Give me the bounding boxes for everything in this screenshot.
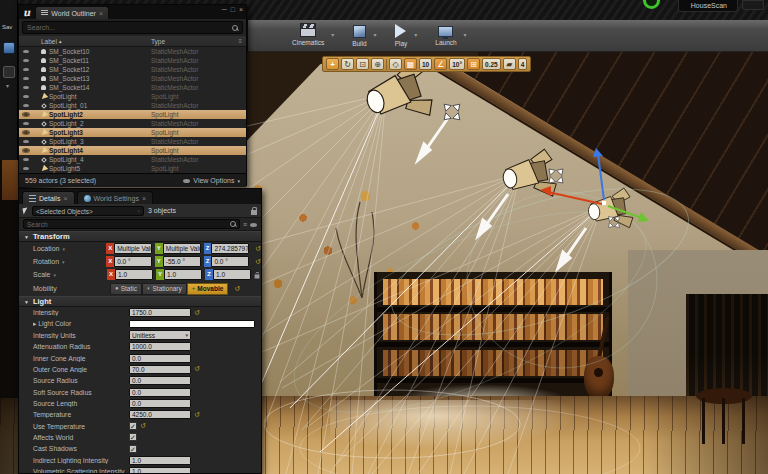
visibility-eye-icon[interactable] [23,104,29,108]
visibility-eye-icon[interactable] [23,149,29,153]
outliner-row[interactable]: SM_Socket12StaticMeshActor [19,65,246,74]
build-button[interactable]: Build▾ [350,22,376,50]
visibility-eye-icon[interactable] [23,50,29,54]
maximize-icon[interactable]: □ [231,6,235,13]
checkbox[interactable]: ✓ [129,422,137,430]
grid-snap-button[interactable]: ▦ [404,58,417,70]
value-field[interactable]: 0.0 [129,388,191,397]
visibility-eye-icon[interactable] [23,122,29,126]
display-filter-eye-icon[interactable] [250,221,257,228]
chevron-down-icon[interactable]: ▾ [54,272,57,278]
value-field[interactable]: 0.0 [129,376,191,385]
light-section-header[interactable]: ▼ Light [19,296,261,307]
chevron-down-icon[interactable]: ▾ [374,31,377,38]
scale-y-field[interactable]: 1.0 [164,269,202,280]
reset-icon[interactable]: ↺ [194,365,200,373]
outliner-row[interactable]: SM_Socket10StaticMeshActor [19,47,246,56]
scale-lock-icon[interactable] [255,274,260,278]
outliner-row[interactable]: SpotLight_4StaticMeshActor [19,155,246,164]
transform-section-header[interactable]: ▼ Transform [19,231,261,242]
outliner-row[interactable]: SpotLight_3StaticMeshActor [19,137,246,146]
camera-speed-value[interactable]: 4 [518,58,528,70]
chevron-down-icon[interactable]: ▾ [62,259,65,265]
reset-icon[interactable]: ↺ [194,309,200,317]
value-field[interactable]: 70.0 [129,365,191,374]
outliner-column-header[interactable]: Label ▴ Type ≡ [19,36,246,47]
picker-icon[interactable] [22,207,28,214]
visibility-eye-icon[interactable] [23,86,29,90]
minimize-icon[interactable]: ─ [222,6,227,13]
outliner-row[interactable]: SM_Socket11StaticMeshActor [19,56,246,65]
scale-snap-value[interactable]: 0.25 [482,58,501,70]
view-options-button[interactable]: View Options ▾ [183,177,240,184]
lock-icon[interactable] [251,210,257,215]
mobility-static-button[interactable]: ●Static [110,283,142,295]
rotate-tool-button[interactable]: ↻ [341,58,354,70]
property-matrix-icon[interactable]: ≡ [243,221,247,228]
move-tool-button[interactable]: + [326,58,339,70]
checkbox[interactable]: ✓ [129,433,137,441]
reset-icon[interactable]: ↺ [194,411,200,419]
play-button[interactable]: Play▾ [393,22,418,50]
selected-objects-dropdown[interactable]: <Selected Objects> ▾ [32,206,144,216]
outliner-titlebar[interactable]: u World Outliner × ─ □ × [19,5,246,19]
location-y-field[interactable]: Multiple Valu [163,243,201,254]
camera-speed-button[interactable]: ▰ [503,58,516,70]
outliner-row[interactable]: SpotLight_2StaticMeshActor [19,119,246,128]
chevron-down-icon[interactable]: ▾ [331,31,334,38]
mobility-movable-button[interactable]: +Movable [187,283,229,295]
light-color-swatch[interactable] [129,320,255,328]
angle-snap-button[interactable]: ∠ [434,58,447,70]
world-local-toggle-button[interactable]: ⊕ [371,58,384,70]
value-field[interactable]: 0.0 [129,399,191,408]
rotation-x-field[interactable]: 0.0 ° [114,256,152,267]
tab-close-icon[interactable]: × [142,195,146,202]
visibility-eye-icon[interactable] [23,77,29,81]
visibility-eye-icon[interactable] [23,131,29,135]
content-browser-icon[interactable] [3,66,15,78]
surface-snap-button[interactable]: ◇ [389,58,402,70]
column-label[interactable]: Label [41,38,57,45]
reset-icon[interactable]: ↺ [234,285,240,293]
outliner-row[interactable]: SpotLight5SpotLight [19,164,246,173]
chevron-down-icon[interactable]: ▾ [414,31,417,38]
value-field[interactable]: 1.0 [129,456,191,465]
reset-icon[interactable]: ↺ [255,258,261,266]
dropdown-field[interactable]: Unitless▾ [129,330,191,340]
checkbox[interactable]: ✓ [129,445,137,453]
column-type[interactable]: Type [151,38,165,45]
reset-icon[interactable]: ↺ [255,245,261,253]
value-field[interactable]: 1.0 [129,467,191,474]
outliner-row[interactable]: SM_Socket13StaticMeshActor [19,74,246,83]
scale-tool-button[interactable]: ⊡ [356,58,369,70]
save-current-icon[interactable] [3,42,15,54]
close-icon[interactable]: × [239,6,243,13]
visibility-eye-icon[interactable] [23,95,29,99]
rotation-z-field[interactable]: 0.0 ° [211,256,249,267]
outliner-row[interactable]: SpotLight2SpotLight [19,110,246,119]
value-field[interactable]: 4250.0 [129,410,191,419]
chevron-down-icon[interactable]: ▾ [62,246,65,252]
chevron-down-icon[interactable]: ▾ [6,82,9,89]
visibility-eye-icon[interactable] [23,140,29,144]
visibility-eye-icon[interactable] [23,59,29,63]
visibility-eye-icon[interactable] [23,113,29,117]
angle-snap-value[interactable]: 10° [449,58,465,70]
tab-world-settings[interactable]: World Settings × [77,191,153,204]
outliner-row[interactable]: SpotLight3SpotLight [19,128,246,137]
location-x-field[interactable]: Multiple Valu [114,243,152,254]
tab-details[interactable]: Details × [22,191,75,204]
visibility-eye-icon[interactable] [23,158,29,162]
visibility-eye-icon[interactable] [23,167,29,171]
outliner-row[interactable]: SpotLight_01StaticMeshActor [19,101,246,110]
rotation-y-field[interactable]: -55.0 ° [163,256,201,267]
grid-snap-value[interactable]: 10 [419,58,432,70]
details-search-input[interactable]: Search [23,219,240,229]
scale-z-field[interactable]: 1.0 [213,269,251,280]
chevron-down-icon[interactable]: ▾ [464,31,467,38]
outliner-row[interactable]: SpotLightSpotLight [19,92,246,101]
mobility-stationary-button[interactable]: ◐Stationary [142,283,187,295]
project-tab[interactable]: HouseScan [678,0,738,12]
tab-close-icon[interactable]: × [99,10,103,17]
column-options-icon[interactable]: ≡ [238,38,242,44]
